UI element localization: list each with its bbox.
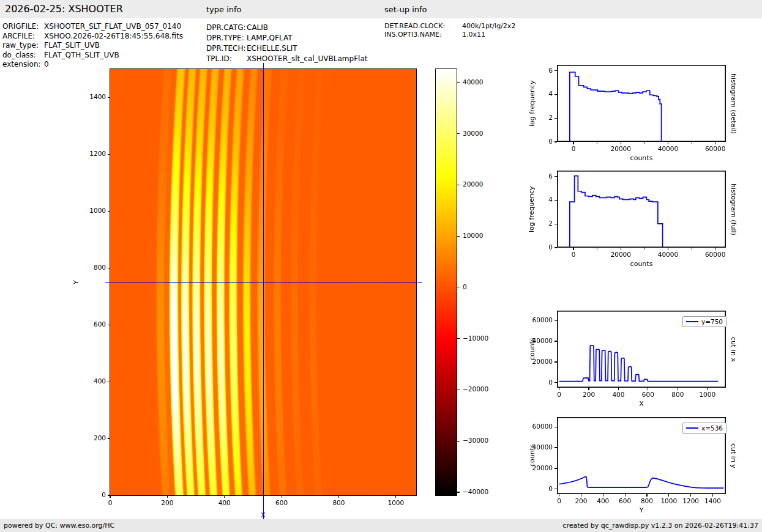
meta-value: FLAT_SLIT_UVB bbox=[44, 41, 100, 50]
plot-right-title: histogram (full) bbox=[729, 171, 738, 248]
meta-value: LAMP,QFLAT bbox=[247, 34, 293, 42]
y-tick bbox=[108, 211, 110, 212]
colorbar-tick bbox=[457, 82, 460, 83]
x-tick-label: 600 bbox=[263, 499, 300, 506]
y-axis-label: counts bbox=[528, 311, 536, 388]
x-tick bbox=[678, 388, 678, 390]
x-tick bbox=[618, 388, 619, 390]
x-minor-tick bbox=[644, 248, 644, 249]
crosshair-horizontal-line bbox=[105, 282, 422, 283]
hist_detail-canvas bbox=[557, 65, 726, 142]
x-tick-label: 0 bbox=[555, 251, 592, 258]
meta-value: ECHELLE,SLIT bbox=[247, 44, 297, 53]
y-axis-label: log frequency bbox=[528, 65, 536, 142]
meta-label: ARCFILE: bbox=[2, 32, 44, 42]
y-tick bbox=[108, 268, 110, 268]
meta-label: TPL.ID: bbox=[206, 54, 247, 64]
legend-box: y=750 bbox=[682, 316, 727, 327]
x-tick-label: 20000 bbox=[602, 145, 639, 152]
meta-row: ARCFILE:XSHOO.2026-02-26T18:45:55.648.fi… bbox=[2, 32, 183, 42]
x-tick bbox=[621, 248, 621, 250]
x-tick-label: 60000 bbox=[697, 251, 734, 258]
meta-row: ORIGFILE:XSHOOTER_SLT_FLAT_UVB_057_0140 bbox=[2, 22, 183, 32]
meta-value: XSHOOTER_slt_cal_UVBLampFlat bbox=[247, 54, 367, 63]
meta-row: DET.READ.CLOCK:400k/1pt/lg/2x2 bbox=[384, 22, 515, 31]
x-tick-label: 60000 bbox=[697, 145, 734, 152]
x-minor-tick bbox=[597, 142, 597, 144]
y-tick bbox=[108, 438, 110, 438]
y-tick bbox=[555, 118, 557, 119]
x-tick-label: 0 bbox=[555, 145, 592, 152]
colorbar-tick-label: −30000 bbox=[463, 437, 499, 444]
x-axis-label: Y bbox=[557, 506, 726, 514]
meta-value: 0 bbox=[44, 60, 49, 68]
meta-label: INS.OPTI3.NAME: bbox=[384, 31, 462, 39]
y-tick-label: 200 bbox=[77, 434, 106, 441]
meta-value: 1.0x11 bbox=[462, 31, 485, 39]
x-minor-tick bbox=[692, 142, 692, 144]
y-tick bbox=[108, 154, 110, 155]
meta-value: XSHOOTER_SLT_FLAT_UVB_057_0140 bbox=[44, 22, 181, 31]
meta-row: DPR.CATG:CALIB bbox=[206, 23, 367, 33]
x-minor-tick bbox=[644, 142, 644, 144]
x-tick bbox=[581, 494, 581, 497]
x-tick-label: 1000 bbox=[378, 499, 414, 506]
x-tick-label: 1000 bbox=[689, 391, 726, 398]
y-axis-label: counts bbox=[528, 417, 536, 494]
colorbar-tick-label: 30000 bbox=[463, 130, 499, 137]
x-tick bbox=[573, 142, 573, 144]
type-info-heading: type info bbox=[206, 5, 242, 14]
footer-left-text: powered by QC: www.eso.org/HC bbox=[4, 522, 114, 530]
x-axis-label: X bbox=[557, 400, 726, 408]
legend-line-sample bbox=[686, 321, 698, 322]
colorbar-tick-label: 40000 bbox=[463, 78, 499, 86]
y-tick bbox=[555, 176, 557, 177]
legend-box: x=536 bbox=[682, 423, 727, 434]
setup-info-heading: set-up info bbox=[384, 5, 427, 14]
x-tick bbox=[690, 494, 691, 497]
y-tick bbox=[555, 382, 557, 383]
x-tick bbox=[603, 494, 603, 497]
y-tick bbox=[555, 200, 557, 201]
x-tick bbox=[668, 494, 669, 497]
x-tick bbox=[573, 248, 573, 250]
colorbar-tick-label: −40000 bbox=[463, 488, 499, 495]
x-tick bbox=[588, 388, 589, 390]
y-tick bbox=[555, 361, 557, 362]
x-tick bbox=[621, 142, 621, 144]
meta-value: CALIB bbox=[247, 23, 268, 32]
x-tick-label: 20000 bbox=[602, 251, 639, 258]
plot-right-title: cut in y bbox=[729, 417, 738, 494]
colorbar-tick-label: 0 bbox=[463, 283, 499, 290]
y-tick bbox=[555, 489, 557, 489]
x-tick bbox=[668, 142, 668, 144]
y-tick-label: 1200 bbox=[77, 150, 106, 157]
hist_full-canvas bbox=[557, 171, 726, 248]
x-tick bbox=[668, 248, 668, 250]
y-tick bbox=[555, 468, 557, 468]
legend-line-sample bbox=[686, 427, 698, 429]
x-axis-label: counts bbox=[557, 260, 726, 268]
y-tick bbox=[555, 224, 557, 224]
y-tick bbox=[108, 495, 110, 495]
qc-report-page: 2026-02-25: XSHOOTER type info set-up in… bbox=[0, 0, 762, 532]
meta-row: do_class:FLAT_QTH_SLIT_UVB bbox=[2, 51, 183, 61]
colorbar-tick bbox=[457, 338, 460, 339]
crosshair-vertical-line bbox=[263, 63, 264, 521]
x-tick bbox=[712, 494, 713, 497]
colorbar-tick bbox=[457, 492, 460, 492]
meta-label: do_class: bbox=[2, 51, 44, 61]
x-tick bbox=[559, 388, 559, 390]
meta-value: FLAT_QTH_SLIT_UVB bbox=[44, 51, 119, 59]
y-tick-label: 800 bbox=[77, 264, 106, 271]
x-tick-label: 0 bbox=[92, 499, 129, 506]
setup-info-block: DET.READ.CLOCK:400k/1pt/lg/2x2INS.OPTI3.… bbox=[384, 22, 515, 39]
x-tick bbox=[167, 495, 168, 498]
x-tick bbox=[625, 494, 626, 497]
y-tick bbox=[555, 247, 557, 248]
x-tick bbox=[646, 494, 647, 497]
meta-label: DPR.TYPE: bbox=[206, 33, 247, 43]
x-tick bbox=[715, 248, 715, 250]
y-tick-label: 1400 bbox=[77, 93, 106, 100]
meta-label: ORIGFILE: bbox=[2, 22, 44, 32]
